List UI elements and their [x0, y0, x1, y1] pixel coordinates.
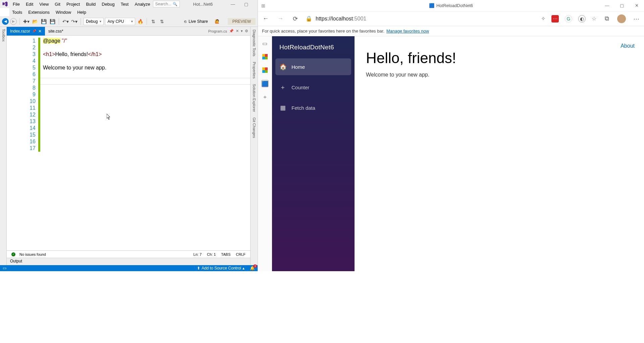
sidebar-ms-icon2[interactable]: [261, 66, 269, 74]
browser-maximize-button[interactable]: ▢: [614, 0, 629, 11]
manage-favorites-link[interactable]: Manage favorites now: [386, 29, 429, 34]
nav-label: Fetch data: [291, 105, 315, 111]
menu-window[interactable]: Window: [53, 9, 74, 16]
hot-reload-icon[interactable]: 🔥: [137, 18, 144, 25]
ok-icon: ✓: [11, 252, 15, 256]
menu-analyze[interactable]: Analyze: [132, 1, 153, 8]
browser-toolbar: ← → ⟳ 🔒 https://localhost:5001 ✧ ⋯ G ◐ ☆…: [258, 11, 644, 26]
liveshare-icon[interactable]: ⎋: [184, 19, 186, 24]
open-icon[interactable]: 📂: [31, 18, 39, 25]
pin-icon[interactable]: 📌: [229, 29, 234, 33]
browser-window: ⊞ 🟦 HotReloadDotNet6 — ▢ ✕ ← → ⟳ 🔒 https…: [258, 0, 644, 271]
vs-minimize-button[interactable]: —: [226, 0, 239, 8]
favorite-icon[interactable]: ☆: [592, 15, 596, 22]
web-app: HotReloadDotNet6 🏠 Home ＋ Counter ▦ Fetc…: [272, 36, 644, 271]
new-item-icon[interactable]: ✚▾: [22, 18, 30, 25]
browser-refresh-button[interactable]: ⟳: [291, 14, 300, 23]
step-icon[interactable]: ⇅: [150, 18, 157, 25]
sidebar-ms-icon[interactable]: [261, 53, 269, 60]
vs-search-box[interactable]: Search...: [153, 1, 180, 7]
vs-bottom-icon[interactable]: ▭: [3, 266, 6, 271]
menu-help[interactable]: Help: [74, 9, 89, 16]
nav-back-button[interactable]: ◀: [2, 18, 9, 25]
url-port: :5001: [353, 16, 366, 21]
issues-label[interactable]: No issues found: [19, 252, 46, 256]
vs-logo-icon: [2, 0, 8, 8]
pin-icon[interactable]: 📌: [32, 29, 36, 33]
extension-grammarly-icon[interactable]: G: [565, 15, 572, 22]
page-heading: Hello, friends!: [366, 50, 633, 66]
line-indicator[interactable]: Ln: 7: [194, 252, 202, 256]
vs-maximize-button[interactable]: ▢: [239, 0, 253, 8]
menu-test[interactable]: Test: [118, 1, 131, 8]
tab-index-razor[interactable]: Index.razor 📌 ✕: [7, 27, 45, 36]
panel-solution-explorer[interactable]: Solution Explorer: [252, 81, 257, 115]
tracking-icon[interactable]: ✧: [541, 15, 545, 22]
menu-debug[interactable]: Debug: [99, 1, 117, 8]
eol-indicator[interactable]: CRLF: [236, 252, 246, 256]
menu-git[interactable]: Git: [52, 1, 63, 8]
browser-close-button[interactable]: ✕: [629, 0, 644, 11]
close-tab-icon[interactable]: ✕: [38, 29, 42, 34]
menu-file[interactable]: File: [10, 1, 22, 8]
gear-icon[interactable]: ⚙: [245, 29, 248, 33]
menu-extensions[interactable]: Extensions: [25, 9, 52, 16]
code-editor[interactable]: @page "/" <h1>Hello, friends!</h1> Welco…: [40, 36, 250, 250]
notifications-icon[interactable]: 🔔3: [250, 266, 255, 271]
sidebar-current-icon[interactable]: 🟦: [261, 80, 269, 87]
toolbox-panel[interactable]: Toolbox: [0, 27, 7, 265]
liveshare-label[interactable]: Live Share: [189, 19, 208, 24]
vs-toolbar: ◀ ▶ ✚▾ 📂 💾 💾 ↶▾ ↷▾ Debug Any CPU 🔥 ⇅ ⇅ ⎋…: [0, 16, 258, 27]
chevron-up-icon[interactable]: ▴: [243, 266, 245, 271]
close-tab-icon[interactable]: ✕: [236, 29, 239, 33]
nav-label: Home: [291, 64, 305, 70]
feedback-icon[interactable]: 🙋: [215, 19, 220, 24]
menu-build[interactable]: Build: [83, 1, 98, 8]
separator: [147, 18, 147, 25]
config-dropdown[interactable]: Debug: [84, 18, 104, 25]
tab-label: Index.razor: [10, 29, 30, 34]
step-icon2[interactable]: ⇅: [158, 18, 166, 25]
sidebar-tab-icon[interactable]: ▭: [261, 40, 269, 47]
nav-counter[interactable]: ＋ Counter: [275, 79, 351, 96]
profile-avatar[interactable]: [617, 14, 626, 23]
redo-icon[interactable]: ↷▾: [70, 18, 78, 25]
source-control-button[interactable]: Add to Source Control: [202, 266, 241, 271]
browser-titlebar: ⊞ 🟦 HotReloadDotNet6 — ▢ ✕: [258, 0, 644, 11]
browser-menu-icon[interactable]: ⋯: [632, 14, 641, 23]
address-bar[interactable]: 🔒 https://localhost:5001: [306, 15, 535, 22]
about-link[interactable]: About: [621, 43, 635, 49]
indent-indicator[interactable]: TABS: [221, 252, 230, 256]
browser-minimize-button[interactable]: —: [600, 0, 614, 11]
nav-home[interactable]: 🏠 Home: [275, 58, 351, 75]
browser-forward-button[interactable]: →: [276, 14, 285, 23]
save-icon[interactable]: 💾: [40, 18, 47, 25]
tab-site-css[interactable]: site.css*: [45, 27, 67, 36]
menu-edit[interactable]: Edit: [23, 1, 36, 8]
collections-icon[interactable]: ⧉: [602, 14, 611, 23]
nav-forward-button[interactable]: ▶: [10, 18, 17, 25]
menu-view[interactable]: View: [37, 1, 51, 8]
sidebar-add-icon[interactable]: ＋: [261, 93, 269, 101]
nav-fetchdata[interactable]: ▦ Fetch data: [275, 99, 351, 116]
vs-right-panels: Diagnostic Tools Properties Solution Exp…: [250, 27, 258, 265]
menu-tools[interactable]: Tools: [9, 9, 25, 16]
extension-lastpass-icon[interactable]: ⋯: [551, 15, 559, 22]
panel-git-changes[interactable]: Git Changes: [252, 115, 257, 141]
tab-program-cs[interactable]: Program.cs: [208, 29, 227, 33]
panel-properties[interactable]: Properties: [252, 59, 257, 81]
menu-project[interactable]: Project: [64, 1, 83, 8]
dropdown-icon[interactable]: ▾: [241, 29, 243, 33]
save-all-icon[interactable]: 💾: [49, 18, 56, 25]
mouse-cursor-icon: [107, 114, 111, 120]
vs-menu-row2: Tools Extensions Window Help: [9, 8, 258, 16]
col-indicator[interactable]: Ch: 1: [207, 252, 216, 256]
undo-icon[interactable]: ↶▾: [62, 18, 69, 25]
panel-diagnostic[interactable]: Diagnostic Tools: [252, 27, 257, 59]
tab-actions-icon[interactable]: ⊞: [261, 3, 265, 8]
output-panel-header[interactable]: Output: [7, 258, 250, 265]
platform-dropdown[interactable]: Any CPU: [105, 18, 135, 25]
extension-circle-icon[interactable]: ◐: [578, 15, 586, 22]
browser-back-button[interactable]: ←: [261, 14, 270, 23]
edge-sidebar: ▭ 🟦 ＋: [258, 36, 272, 271]
